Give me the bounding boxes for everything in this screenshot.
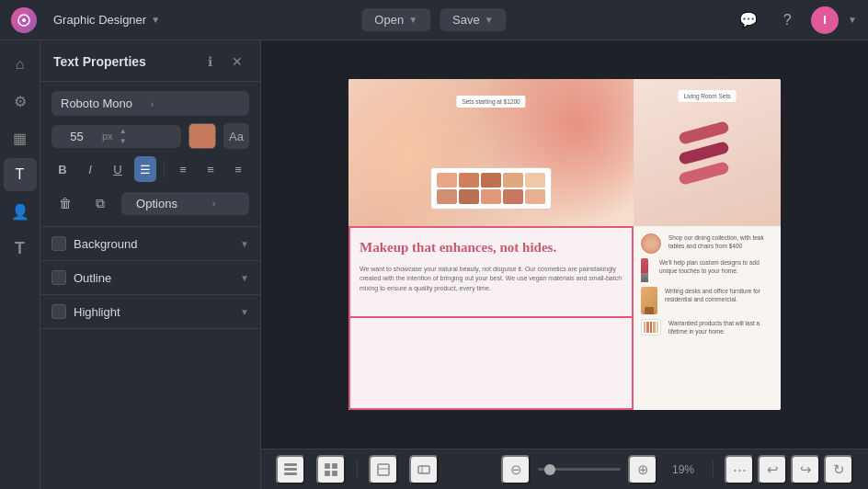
background-checkbox[interactable] [51, 236, 66, 251]
zoom-in-button[interactable]: ⊕ [628, 455, 657, 484]
undo-redo-section: ⋯ ↩ ↪ ↻ [725, 455, 853, 484]
delete-button[interactable]: 🗑 [51, 189, 79, 217]
outline-collapse-header[interactable]: Outline ▼ [40, 261, 260, 294]
app-logo [11, 7, 37, 33]
highlight-label: Highlight [74, 305, 233, 319]
panel-info-icon[interactable]: ℹ [200, 51, 220, 72]
background-collapse-arrow-icon: ▼ [240, 239, 249, 249]
highlight-section: Highlight ▼ [40, 295, 260, 329]
user-chevron-icon: ▼ [848, 15, 857, 25]
sidebar-type-icon[interactable]: T [4, 232, 37, 265]
sidebar-home-icon[interactable]: ⌂ [4, 48, 37, 81]
align-left-button[interactable]: ☰ [134, 156, 156, 182]
product-item-3: Writing desks and office furniture for r… [641, 287, 773, 314]
design-heading: Makeup that enhances, not hides. [360, 239, 622, 257]
text-case-button[interactable]: Aa [223, 123, 249, 149]
duplicate-button[interactable]: ⧉ [86, 189, 114, 217]
svg-point-1 [22, 18, 26, 22]
product-item-1: Shop our dining collection, with teak ta… [641, 233, 773, 254]
product-text-3: Writing desks and office furniture for r… [665, 287, 773, 303]
format-row: B I U ☰ ≡ ≡ ≡ [51, 156, 249, 182]
highlight-collapse-header[interactable]: Highlight ▼ [40, 295, 260, 328]
canvas-content[interactable]: Sets starting at $1200 Living Room Sets [261, 40, 868, 449]
italic-button[interactable]: I [79, 156, 101, 182]
background-section: Background ▼ [40, 227, 260, 261]
grid-icon-button[interactable] [316, 455, 346, 484]
bottom-divider-2 [713, 461, 714, 479]
svg-rect-11 [418, 466, 429, 473]
product-item-2: We'll help plan custom designs to add un… [641, 258, 773, 282]
font-section: Roboto Mono › 55 px ▲ ▼ Aa B I U [40, 82, 260, 227]
background-label: Background [74, 237, 233, 251]
align-justify-button[interactable]: ≡ [227, 156, 249, 182]
outline-collapse-arrow-icon: ▼ [240, 273, 249, 283]
font-size-unit: px [102, 131, 117, 142]
size-color-row: 55 px ▲ ▼ Aa [51, 123, 249, 149]
product-text-4: Warrantied products that will last a lif… [668, 319, 773, 335]
svg-rect-3 [284, 468, 297, 471]
product-list-image: Shop our dining collection, with teak ta… [634, 226, 781, 410]
outline-checkbox[interactable] [51, 270, 66, 285]
more-options-button[interactable]: ⋯ [725, 455, 754, 484]
product-item-4: Warrantied products that will last a lif… [641, 319, 773, 335]
bottombar: ⊖ ⊕ 19% ⋯ ↩ ↪ ↻ [261, 449, 868, 489]
save-button[interactable]: Save ▼ [440, 8, 507, 31]
palette-caption: Sets starting at $1200 [456, 96, 525, 108]
options-button[interactable]: Options › [121, 192, 249, 215]
zoom-slider-wrap [538, 468, 621, 471]
text-block-image[interactable]: Makeup that enhances, not hides. We want… [348, 226, 634, 318]
bold-button[interactable]: B [51, 156, 74, 182]
app-name-button[interactable]: Graphic Designer ▼ [46, 9, 167, 30]
font-selector-arrow-icon: › [151, 98, 241, 109]
panel-close-icon[interactable]: ✕ [227, 51, 247, 72]
product-text-2: We'll help plan custom designs to add un… [659, 258, 773, 275]
sidebar-layout-icon[interactable]: ▦ [4, 121, 37, 154]
redo-button[interactable]: ↪ [791, 455, 820, 484]
chat-icon-button[interactable]: 💬 [734, 6, 763, 35]
panel-header: Text Properties ℹ ✕ [40, 40, 260, 82]
sidebar-text-icon[interactable]: T [4, 158, 37, 191]
save-chevron-icon: ▼ [485, 15, 494, 25]
panel-title: Text Properties [53, 54, 192, 69]
font-size-input[interactable]: 55 [51, 125, 102, 148]
lipstick-image: Living Room Sets [634, 79, 781, 226]
text-block-lower [348, 318, 634, 410]
history-button[interactable]: ↻ [824, 455, 853, 484]
bottom-divider-1 [357, 461, 358, 479]
text-color-swatch[interactable] [188, 123, 216, 149]
zoom-out-button[interactable]: ⊖ [501, 455, 531, 484]
design-body: We want to showcase your natural beauty,… [360, 265, 622, 294]
underline-button[interactable]: U [107, 156, 129, 182]
zoom-slider[interactable] [538, 468, 621, 471]
zoom-section: ⊖ ⊕ 19% [501, 455, 694, 484]
user-avatar[interactable]: I [811, 6, 839, 34]
font-family-selector[interactable]: Roboto Mono › [51, 91, 249, 116]
zoom-percentage: 19% [665, 463, 694, 476]
align-right-button[interactable]: ≡ [200, 156, 222, 182]
background-collapse-header[interactable]: Background ▼ [40, 227, 260, 260]
canvas-area: Sets starting at $1200 Living Room Sets [261, 40, 868, 489]
svg-rect-2 [284, 463, 297, 466]
app-name-label: Graphic Designer [53, 13, 146, 27]
open-button[interactable]: Open ▼ [361, 8, 430, 31]
options-arrow-icon: › [188, 198, 240, 209]
font-size-input-wrap: 55 px ▲ ▼ [51, 125, 181, 148]
size-increase-arrow[interactable]: ▲ [117, 126, 130, 136]
help-icon-button[interactable]: ? [772, 6, 802, 35]
layers-icon-button[interactable] [276, 455, 305, 484]
align-center-button[interactable]: ≡ [172, 156, 194, 182]
main-area: ⌂ ⚙ ▦ T 👤 T Text Properties ℹ ✕ Roboto M… [0, 40, 868, 489]
svg-rect-5 [325, 463, 330, 469]
icon-sidebar: ⌂ ⚙ ▦ T 👤 T [0, 40, 40, 489]
format-divider [164, 160, 165, 178]
sidebar-adjust-icon[interactable]: ⚙ [4, 85, 37, 118]
svg-rect-9 [378, 464, 389, 475]
highlight-checkbox[interactable] [51, 304, 66, 319]
actual-size-button[interactable] [409, 455, 439, 484]
sidebar-people-icon[interactable]: 👤 [4, 195, 37, 228]
design-canvas[interactable]: Sets starting at $1200 Living Room Sets [348, 79, 781, 410]
size-decrease-arrow[interactable]: ▼ [117, 136, 130, 146]
fit-page-button[interactable] [369, 455, 398, 484]
undo-button[interactable]: ↩ [758, 455, 787, 484]
font-family-label: Roboto Mono [61, 97, 151, 110]
